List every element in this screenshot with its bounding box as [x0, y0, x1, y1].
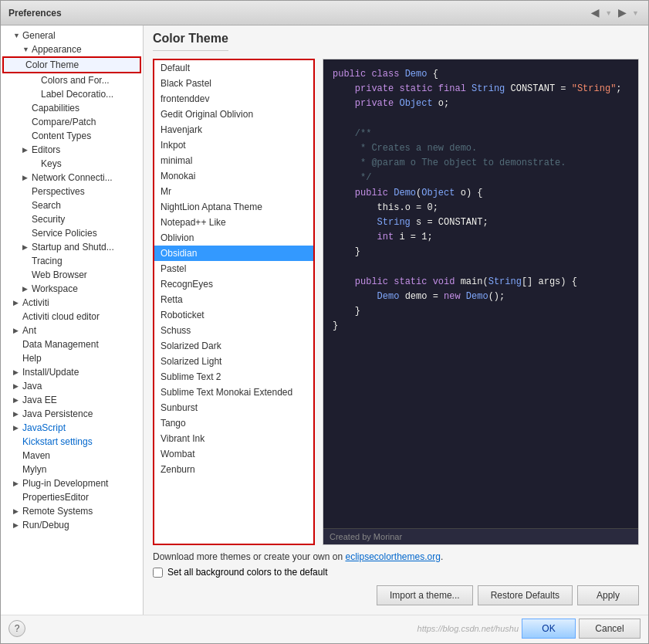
theme-item-default[interactable]: Default	[154, 60, 313, 76]
arrow-activiti: ▶	[13, 299, 22, 307]
tree-item-appearance[interactable]: ▼ Appearance	[1, 42, 143, 56]
theme-item-tango[interactable]: Tango	[154, 415, 313, 431]
tree-label-javascript: JavaScript	[22, 422, 66, 433]
tree-label-install: Install/Update	[22, 367, 79, 378]
theme-item-sublime2[interactable]: Sublime Text 2	[154, 369, 313, 385]
theme-item-mr[interactable]: Mr	[154, 184, 313, 199]
tree-label-capabilities: Capabilities	[32, 103, 79, 114]
tree-item-workspace[interactable]: ▶ Workspace	[1, 282, 143, 296]
help-button[interactable]: ?	[8, 620, 25, 637]
theme-item-oblivion[interactable]: Oblivion	[154, 230, 313, 246]
tree-item-editors[interactable]: ▶ Editors	[1, 143, 143, 157]
theme-item-solarized-dark[interactable]: Solarized Dark	[154, 338, 313, 354]
theme-item-black-pastel[interactable]: Black Pastel	[154, 76, 313, 91]
theme-item-obsidian[interactable]: Obsidian	[154, 246, 313, 261]
apply-button[interactable]: Apply	[577, 585, 639, 605]
bg-default-checkbox[interactable]	[153, 568, 163, 578]
arrow-startup: ▶	[22, 243, 32, 251]
tree-label-keys: Keys	[41, 158, 62, 169]
tree-item-compare-patch[interactable]: Compare/Patch	[1, 115, 143, 129]
theme-item-notepad[interactable]: Notepad++ Like	[154, 215, 313, 230]
tree-item-activiti[interactable]: ▶ Activiti	[1, 296, 143, 310]
arrow-java: ▶	[13, 382, 22, 390]
theme-item-schuss[interactable]: Schuss	[154, 323, 313, 338]
tree-item-activiti-cloud[interactable]: Activiti cloud editor	[1, 310, 143, 324]
cancel-button[interactable]: Cancel	[579, 619, 641, 639]
theme-item-vibrant-ink[interactable]: Vibrant Ink	[154, 431, 313, 446]
tree-label-general: General	[22, 30, 56, 41]
code-preview-container: public class Demo { private static final…	[323, 59, 639, 545]
tree-item-kickstart[interactable]: Kickstart settings	[1, 435, 143, 449]
tree-item-color-theme[interactable]: Color Theme	[2, 56, 141, 73]
import-button[interactable]: Import a theme...	[377, 585, 473, 605]
theme-item-zenburn[interactable]: Zenburn	[154, 462, 313, 477]
tree-item-colors-fonts[interactable]: Colors and For...	[1, 73, 143, 87]
tree-item-data-mgmt[interactable]: Data Management	[1, 337, 143, 351]
tree-item-java-persistence[interactable]: ▶ Java Persistence	[1, 407, 143, 421]
tree-label-kickstart: Kickstart settings	[22, 436, 93, 447]
theme-item-nightlion[interactable]: NightLion Aptana Theme	[154, 199, 313, 215]
tree-item-maven[interactable]: Maven	[1, 449, 143, 463]
tree-label-run-debug: Run/Debug	[22, 520, 69, 530]
tree-item-general[interactable]: ▼ General	[1, 29, 143, 42]
theme-item-frontenddev[interactable]: frontenddev	[154, 91, 313, 107]
tree-item-security[interactable]: Security	[1, 212, 143, 226]
tree-item-run-debug[interactable]: ▶ Run/Debug	[1, 518, 143, 532]
theme-item-recogneyes[interactable]: RecognEyes	[154, 276, 313, 292]
tree-item-ant[interactable]: ▶ Ant	[1, 324, 143, 337]
back-button[interactable]: ◀	[590, 5, 600, 20]
tree-item-search[interactable]: Search	[1, 198, 143, 212]
tree-item-java-ee[interactable]: ▶ Java EE	[1, 393, 143, 407]
tree-item-tracing[interactable]: Tracing	[1, 254, 143, 268]
theme-list[interactable]: Default Black Pastel frontenddev Gedit O…	[153, 59, 315, 545]
theme-item-inkpot[interactable]: Inkpot	[154, 137, 313, 153]
theme-item-wombat[interactable]: Wombat	[154, 446, 313, 462]
theme-item-solarized-light[interactable]: Solarized Light	[154, 354, 313, 369]
theme-item-roboticket[interactable]: Roboticket	[154, 307, 313, 323]
code-line-6: * Creates a new demo.	[333, 141, 629, 156]
code-line-4	[333, 112, 629, 127]
title-row: Color Theme	[153, 32, 639, 59]
tree-item-install[interactable]: ▶ Install/Update	[1, 365, 143, 379]
tree-item-label-deco[interactable]: Label Decoratio...	[1, 87, 143, 101]
tree-item-capabilities[interactable]: Capabilities	[1, 101, 143, 115]
tree-item-service-policies[interactable]: Service Policies	[1, 226, 143, 240]
code-line-2: private static final String CONSTANT = "…	[333, 82, 629, 97]
tree-item-props-editor[interactable]: PropertiesEditor	[1, 490, 143, 504]
tree-item-network[interactable]: ▶ Network Connecti...	[1, 171, 143, 185]
theme-item-sublime-monokai[interactable]: Sublime Text Monokai Extended	[154, 385, 313, 400]
theme-item-havenjark[interactable]: Havenjark	[154, 122, 313, 137]
forward-button[interactable]: ▶	[617, 5, 627, 20]
theme-item-sunburst[interactable]: Sunburst	[154, 400, 313, 415]
eclipsecolorthemes-link[interactable]: eclipsecolorthemes.org	[345, 551, 440, 562]
tree-item-plugin-dev[interactable]: ▶ Plug-in Development	[1, 476, 143, 490]
theme-item-monokai[interactable]: Monokai	[154, 168, 313, 184]
left-tree-panel: ▼ General ▼ Appearance Color Theme Color…	[1, 25, 144, 615]
theme-item-gedit[interactable]: Gedit Original Oblivion	[154, 107, 313, 122]
tree-item-content-types[interactable]: Content Types	[1, 129, 143, 143]
theme-item-minimal[interactable]: minimal	[154, 153, 313, 168]
tree-label-help: Help	[22, 353, 42, 364]
tree-item-keys[interactable]: Keys	[1, 157, 143, 171]
tree-item-help[interactable]: Help	[1, 351, 143, 365]
restore-defaults-button[interactable]: Restore Defaults	[478, 585, 573, 605]
code-line-10: this.o = 0;	[333, 201, 629, 215]
theme-item-retta[interactable]: Retta	[154, 292, 313, 307]
tree-label-mylyn: Mylyn	[22, 464, 46, 475]
tree-item-perspectives[interactable]: Perspectives	[1, 185, 143, 198]
tree-item-mylyn[interactable]: Mylyn	[1, 463, 143, 476]
nav-divider: ▼	[603, 8, 614, 19]
tree-item-startup[interactable]: ▶ Startup and Shutd...	[1, 240, 143, 254]
ok-button[interactable]: OK	[522, 619, 576, 639]
theme-item-pastel[interactable]: Pastel	[154, 261, 313, 276]
arrow-appearance: ▼	[22, 46, 32, 53]
code-line-13: }	[333, 245, 629, 259]
tree-item-web-browser[interactable]: Web Browser	[1, 268, 143, 282]
tree-label-activiti: Activiti	[22, 297, 49, 308]
tree-item-java[interactable]: ▶ Java	[1, 379, 143, 393]
code-line-8: */	[333, 171, 629, 185]
code-line-5: /**	[333, 127, 629, 141]
tree-item-javascript[interactable]: ▶ JavaScript	[1, 421, 143, 435]
tree-item-remote-systems[interactable]: ▶ Remote Systems	[1, 504, 143, 518]
tree-label-startup: Startup and Shutd...	[32, 242, 114, 253]
